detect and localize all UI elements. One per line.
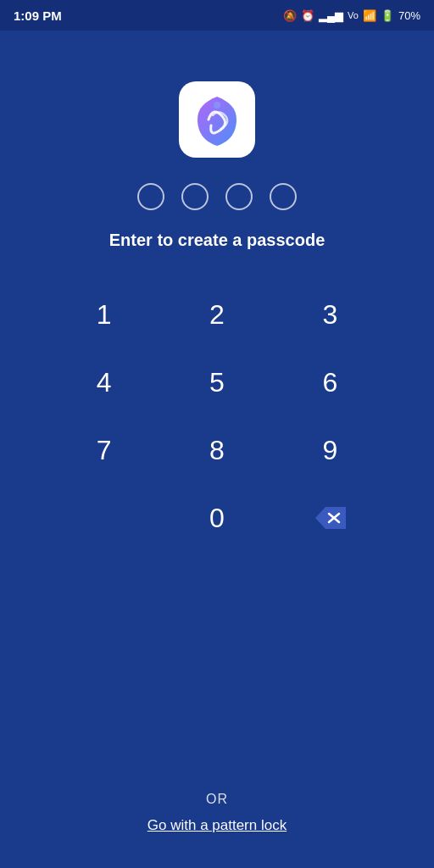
- dot-1: [137, 183, 164, 210]
- dot-2: [181, 183, 209, 210]
- key-0[interactable]: 0: [160, 484, 273, 552]
- svg-point-0: [214, 102, 220, 108]
- key-3[interactable]: 3: [274, 281, 387, 348]
- key-7[interactable]: 7: [47, 416, 160, 484]
- key-empty: [47, 484, 160, 552]
- passcode-dots: [137, 183, 297, 210]
- or-label: OR: [206, 792, 228, 807]
- status-bar: 1:09 PM 🔕 ⏰ ▂▄▆ Vo 📶 🔋 70%: [0, 0, 434, 31]
- backspace-icon: [314, 505, 346, 531]
- wifi-icon: 📶: [363, 9, 376, 22]
- status-time: 1:09 PM: [14, 8, 62, 23]
- backspace-button[interactable]: [274, 484, 387, 552]
- instruction-text: Enter to create a passcode: [109, 231, 326, 250]
- bottom-section: OR Go with a pattern lock: [0, 792, 434, 834]
- key-1[interactable]: 1: [47, 281, 160, 348]
- key-9[interactable]: 9: [274, 416, 387, 484]
- numpad: 1 2 3 4 5 6 7 8 9 0: [47, 281, 387, 552]
- main-content: Enter to create a passcode 1 2 3 4 5 6 7…: [0, 31, 434, 552]
- key-8[interactable]: 8: [160, 416, 273, 484]
- mute-icon: 🔕: [283, 9, 297, 22]
- battery-icon: 🔋: [381, 9, 394, 22]
- key-5[interactable]: 5: [160, 348, 273, 416]
- app-logo: [179, 81, 255, 158]
- key-4[interactable]: 4: [47, 348, 160, 416]
- key-6[interactable]: 6: [274, 348, 387, 416]
- status-icons: 🔕 ⏰ ▂▄▆ Vo 📶 🔋 70%: [283, 9, 420, 22]
- dot-4: [270, 183, 297, 210]
- pattern-lock-button[interactable]: Go with a pattern lock: [147, 817, 287, 834]
- alarm-icon: ⏰: [301, 9, 314, 22]
- key-2[interactable]: 2: [160, 281, 273, 348]
- dot-3: [225, 183, 253, 210]
- volte-icon: Vo: [348, 10, 359, 20]
- signal-icon: ▂▄▆: [319, 9, 343, 22]
- battery-level: 70%: [398, 9, 420, 22]
